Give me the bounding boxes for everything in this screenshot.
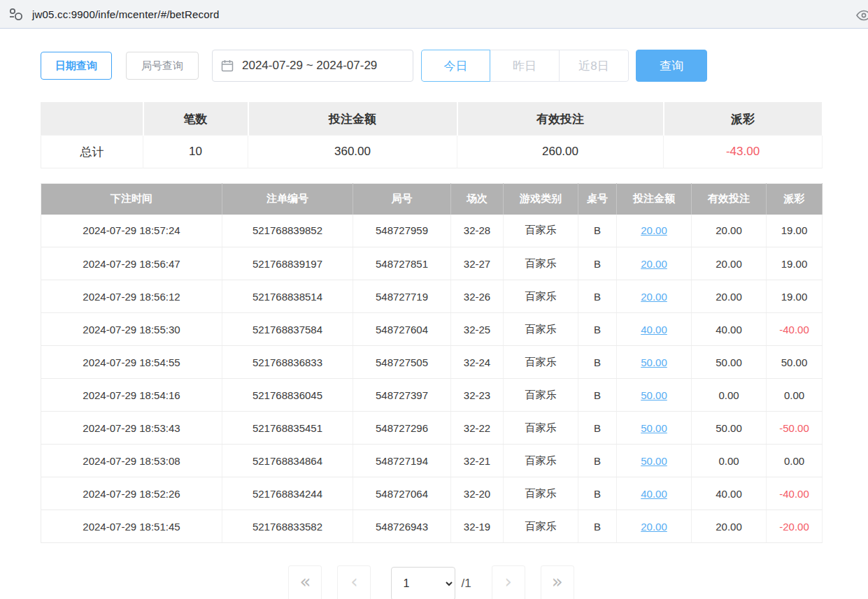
cell-payout: 19.00 xyxy=(767,247,823,280)
bet-amount-link[interactable]: 20.00 xyxy=(641,291,667,303)
bet-table-body: 2024-07-29 18:57:24521768839852548727959… xyxy=(41,215,823,543)
quick-button-yesterday[interactable]: 昨日 xyxy=(490,50,560,82)
summary-header-valid-bet: 有效投注 xyxy=(457,103,664,136)
table-row: 2024-07-29 18:56:47521768839197548727851… xyxy=(41,247,823,280)
cell-payout: 0.00 xyxy=(767,379,823,412)
table-row: 2024-07-29 18:51:45521768833582548726943… xyxy=(41,510,823,543)
bet-amount-link[interactable]: 40.00 xyxy=(641,488,667,500)
quick-button-today[interactable]: 今日 xyxy=(421,50,490,82)
bet-amount-link[interactable]: 20.00 xyxy=(641,521,667,533)
summary-header-bet-amount: 投注金额 xyxy=(248,103,457,136)
cell-payout: -50.00 xyxy=(767,412,823,445)
table-row: 2024-07-29 18:53:08521768834864548727194… xyxy=(41,445,823,477)
bet-table-header-row: 下注时间 注单编号 局号 场次 游戏类别 桌号 投注金额 有效投注 派彩 xyxy=(41,184,823,215)
cell-valid-bet: 20.00 xyxy=(692,280,767,313)
page-select[interactable]: 1 xyxy=(391,567,455,599)
first-page-button[interactable]: « xyxy=(288,565,322,599)
cell-payout: -40.00 xyxy=(767,313,823,346)
prev-page-button[interactable]: ‹ xyxy=(337,565,371,599)
cell-time: 2024-07-29 18:57:24 xyxy=(41,215,222,247)
cell-time: 2024-07-29 18:53:43 xyxy=(41,412,222,445)
cell-table-no: B xyxy=(578,379,617,412)
round-query-tab-button[interactable]: 局号查询 xyxy=(126,52,199,80)
cell-table-no: B xyxy=(578,215,617,247)
site-info-icon[interactable] xyxy=(7,5,25,23)
cell-order-no: 521768839852 xyxy=(222,215,353,247)
cell-bet-amount: 20.00 xyxy=(617,215,692,247)
date-range-picker[interactable]: 2024-07-29 ~ 2024-07-29 xyxy=(212,50,413,82)
bet-amount-link[interactable]: 50.00 xyxy=(641,422,667,434)
cell-bet-amount: 50.00 xyxy=(617,445,692,477)
cell-order-no: 521768838514 xyxy=(222,280,353,313)
bet-amount-link[interactable]: 50.00 xyxy=(641,389,667,401)
cell-game-type: 百家乐 xyxy=(504,379,578,412)
cell-valid-bet: 0.00 xyxy=(692,379,767,412)
cell-round-no: 548727851 xyxy=(353,247,451,280)
cell-bet-amount: 20.00 xyxy=(617,510,692,543)
cell-time: 2024-07-29 18:56:12 xyxy=(41,280,222,313)
preview-eye-icon[interactable] xyxy=(855,7,868,24)
cell-order-no: 521768836833 xyxy=(222,346,353,379)
cell-session: 32-20 xyxy=(451,477,504,510)
cell-order-no: 521768835451 xyxy=(222,412,353,445)
summary-header-row: 笔数 投注金额 有效投注 派彩 xyxy=(41,103,823,136)
cell-valid-bet: 40.00 xyxy=(692,313,767,346)
last-page-button[interactable]: » xyxy=(541,565,574,599)
next-page-button[interactable]: › xyxy=(492,565,525,599)
cell-valid-bet: 20.00 xyxy=(692,215,767,247)
url-text[interactable]: jw05.cc:9900/infe/mcenter/#/betRecord xyxy=(32,8,220,20)
cell-payout: 50.00 xyxy=(767,346,823,379)
filter-bar: 日期查询 局号查询 2024-07-29 ~ 2024-07-29 今日 昨日 … xyxy=(41,50,822,82)
table-row: 2024-07-29 18:54:55521768836833548727505… xyxy=(41,346,823,379)
bet-amount-link[interactable]: 50.00 xyxy=(641,455,667,467)
cell-session: 32-22 xyxy=(451,412,504,445)
cell-valid-bet: 20.00 xyxy=(692,247,767,280)
cell-order-no: 521768833582 xyxy=(222,510,353,543)
cell-payout: 19.00 xyxy=(767,280,823,313)
cell-round-no: 548727959 xyxy=(353,215,451,247)
pagination: « ‹ 1 /1 › » xyxy=(41,565,822,599)
header-round-no: 局号 xyxy=(353,184,451,215)
cell-valid-bet: 50.00 xyxy=(692,346,767,379)
search-button[interactable]: 查询 xyxy=(636,50,707,82)
header-bet-amount: 投注金额 xyxy=(617,184,692,215)
header-session: 场次 xyxy=(451,184,504,215)
cell-bet-amount: 20.00 xyxy=(617,247,692,280)
cell-table-no: B xyxy=(578,510,617,543)
cell-round-no: 548727194 xyxy=(353,445,451,477)
date-query-tab-button[interactable]: 日期查询 xyxy=(41,52,112,80)
summary-table: 笔数 投注金额 有效投注 派彩 总计 10 360.00 260.00 -43.… xyxy=(41,102,823,168)
cell-session: 32-19 xyxy=(451,510,504,543)
cell-game-type: 百家乐 xyxy=(504,346,578,379)
quick-date-button-group: 今日 昨日 近8日 xyxy=(421,50,629,82)
cell-game-type: 百家乐 xyxy=(504,215,578,247)
cell-table-no: B xyxy=(578,280,617,313)
cell-time: 2024-07-29 18:56:47 xyxy=(41,247,222,280)
cell-bet-amount: 50.00 xyxy=(617,346,692,379)
cell-session: 32-28 xyxy=(451,215,504,247)
cell-round-no: 548727397 xyxy=(353,379,451,412)
summary-total-count: 10 xyxy=(143,136,248,168)
cell-time: 2024-07-29 18:55:30 xyxy=(41,313,222,346)
summary-header-count: 笔数 xyxy=(143,103,248,136)
bet-amount-link[interactable]: 40.00 xyxy=(641,324,667,335)
table-row: 2024-07-29 18:57:24521768839852548727959… xyxy=(41,215,823,247)
cell-table-no: B xyxy=(578,247,617,280)
header-game-type: 游戏类别 xyxy=(504,184,578,215)
bet-amount-link[interactable]: 20.00 xyxy=(641,258,667,270)
cell-session: 32-26 xyxy=(451,280,504,313)
bet-amount-link[interactable]: 20.00 xyxy=(641,224,667,236)
calendar-icon xyxy=(221,59,234,72)
cell-bet-amount: 40.00 xyxy=(617,477,692,510)
cell-time: 2024-07-29 18:53:08 xyxy=(41,445,222,477)
cell-bet-amount: 40.00 xyxy=(617,313,692,346)
cell-session: 32-23 xyxy=(451,379,504,412)
bet-amount-link[interactable]: 50.00 xyxy=(641,356,667,368)
total-pages-label: /1 xyxy=(461,577,471,591)
cell-round-no: 548727719 xyxy=(353,280,451,313)
cell-round-no: 548727296 xyxy=(353,412,451,445)
quick-button-last8days[interactable]: 近8日 xyxy=(560,50,629,82)
cell-bet-amount: 50.00 xyxy=(617,379,692,412)
browser-address-bar[interactable]: jw05.cc:9900/infe/mcenter/#/betRecord xyxy=(0,0,868,29)
cell-valid-bet: 40.00 xyxy=(692,477,767,510)
